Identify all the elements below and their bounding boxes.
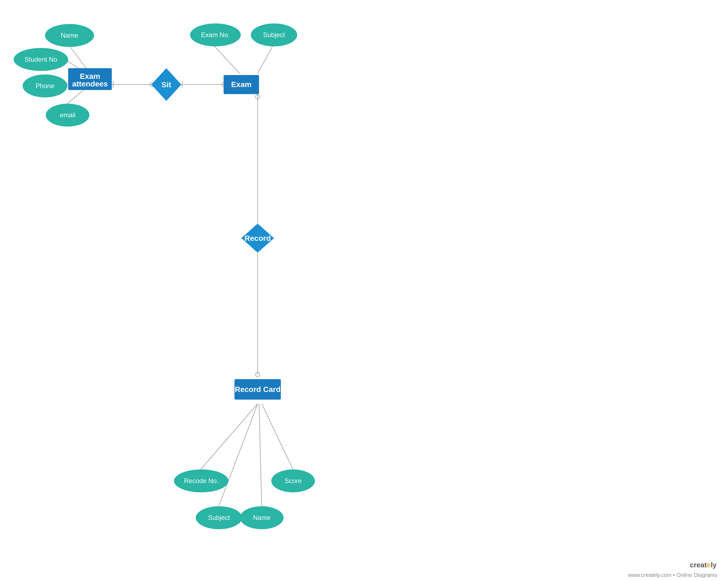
entity-record-card-label: Record Card	[235, 385, 281, 394]
entity-exam-attendees-label: Exam	[80, 72, 100, 80]
attr-name2-label: Name	[253, 514, 270, 521]
attr-email-label: email	[60, 111, 75, 119]
svg-line-5	[258, 46, 272, 74]
watermark: www.creately.com • Online Diagrams	[628, 572, 717, 578]
entity-exam-attendees-label2: attendees	[72, 80, 108, 88]
attr-score-label: Score	[285, 477, 302, 484]
er-diagram: Exam attendees Exam Record Card Sit Reco…	[0, 0, 728, 581]
attr-student-no-label: Student No	[25, 56, 57, 63]
svg-line-19	[262, 404, 293, 470]
attr-name1-label: Name	[61, 32, 78, 39]
svg-line-20	[218, 404, 258, 508]
entity-exam-label: Exam	[231, 80, 252, 89]
svg-line-21	[259, 404, 262, 508]
attr-recode-no-label: Recode No.	[184, 477, 219, 484]
creately-logo-text: creately	[690, 561, 717, 569]
svg-line-4	[214, 46, 240, 74]
attr-subject2-label: Subject	[208, 514, 230, 521]
attr-subject1-label: Subject	[263, 31, 285, 39]
attr-phone-label: Phone	[35, 82, 54, 90]
relationship-record-label: Record	[244, 234, 271, 243]
attr-exam-no-label: Exam No.	[201, 31, 230, 39]
relationship-sit-label: Sit	[161, 80, 171, 89]
svg-line-18	[201, 404, 258, 470]
